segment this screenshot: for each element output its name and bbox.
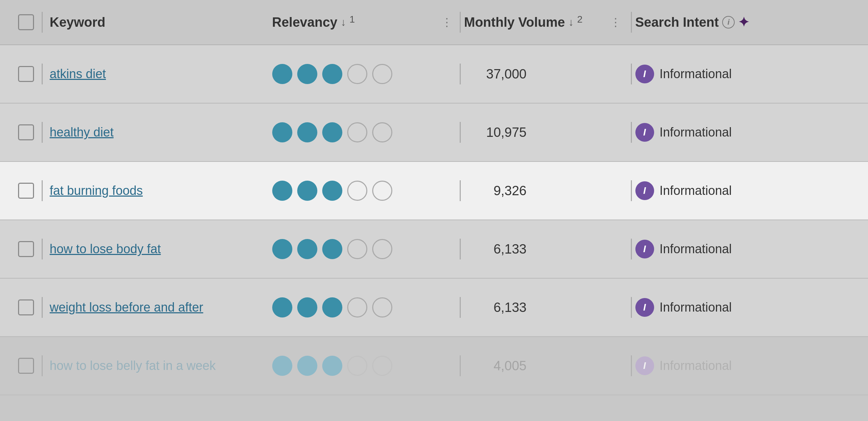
row-intent-col: IInformational [635, 240, 858, 258]
relevancy-dot [347, 181, 367, 201]
keyword-link[interactable]: how to lose body fat [50, 242, 161, 256]
relevancy-dots [272, 356, 383, 376]
row-checkbox[interactable] [18, 183, 34, 199]
row-relevancy-col [272, 356, 439, 376]
relevancy-dot [272, 239, 292, 259]
row-checkbox-col [10, 124, 42, 140]
relevancy-dot [372, 122, 392, 142]
intent-badge: IInformational [635, 65, 858, 83]
keyword-link[interactable]: weight loss before and after [50, 300, 203, 314]
volume-value: 6,133 [464, 300, 527, 315]
volume-header-label: Monthly Volume ↓ 2 [464, 15, 583, 30]
intent-sparkle-icon[interactable]: ✦ [738, 15, 749, 30]
row-checkbox[interactable] [18, 241, 34, 257]
row-intent-col: IInformational [635, 181, 858, 200]
relevancy-dot [322, 239, 342, 259]
row-divider-3 [631, 180, 632, 201]
row-checkbox-col [10, 183, 42, 199]
row-divider-3 [631, 122, 632, 143]
relevancy-sort-num: 1 [350, 14, 355, 25]
relevancy-dot [322, 122, 342, 142]
row-checkbox[interactable] [18, 299, 34, 315]
table-row: weight loss before and after6,133IInform… [0, 279, 868, 337]
row-divider-1 [42, 122, 43, 143]
intent-badge: IInformational [635, 356, 858, 375]
row-checkbox[interactable] [18, 124, 34, 140]
intent-icon: I [635, 65, 654, 83]
volume-value: 6,133 [464, 242, 527, 257]
relevancy-dot [322, 356, 342, 376]
relevancy-dot [297, 239, 317, 259]
keyword-link: how to lose belly fat in a week [50, 358, 216, 373]
intent-icon: I [635, 181, 654, 200]
relevancy-dot [347, 297, 367, 317]
row-intent-col: IInformational [635, 123, 858, 142]
header-divider-3 [631, 12, 632, 33]
volume-menu-icon[interactable]: ⋮ [610, 16, 622, 28]
row-checkbox[interactable] [18, 66, 34, 82]
relevancy-sort-arrow[interactable]: ↓ [341, 16, 346, 28]
intent-header-label: Search Intent i ✦ [635, 15, 858, 30]
volume-value: 37,000 [464, 67, 527, 82]
relevancy-dot [347, 239, 367, 259]
row-checkbox[interactable] [18, 358, 34, 374]
keyword-link[interactable]: atkins diet [50, 67, 106, 81]
table-row: healthy diet10,975IInformational [0, 104, 868, 162]
relevancy-dots [272, 239, 383, 259]
keyword-header-label: Keyword [50, 15, 272, 30]
relevancy-dot [322, 181, 342, 201]
row-divider-1 [42, 297, 43, 318]
relevancy-dots-menu[interactable]: ⋮ [439, 16, 456, 29]
intent-label: Informational [660, 242, 732, 256]
table-body: atkins diet37,000IInformationalhealthy d… [0, 45, 868, 395]
intent-label: Informational [660, 67, 732, 81]
volume-label-text: Monthly Volume [464, 15, 565, 30]
row-divider-3 [631, 355, 632, 376]
keyword-header: Keyword [50, 15, 272, 30]
volume-value: 10,975 [464, 125, 527, 140]
row-relevancy-col [272, 181, 439, 201]
row-divider-1 [42, 355, 43, 376]
intent-icon: I [635, 123, 654, 142]
row-divider-2 [460, 297, 461, 318]
keyword-link[interactable]: fat burning foods [50, 183, 143, 198]
table-row: atkins diet37,000IInformational [0, 45, 868, 104]
header-divider-1 [42, 12, 43, 33]
relevancy-dot [322, 297, 342, 317]
row-divider-3 [631, 297, 632, 318]
volume-dots-menu[interactable]: ⋮ [610, 16, 627, 29]
relevancy-menu-icon[interactable]: ⋮ [441, 16, 453, 29]
intent-label: Informational [660, 300, 732, 315]
volume-sort-arrow[interactable]: ↓ [568, 16, 574, 28]
intent-icon: I [635, 240, 654, 258]
relevancy-dot [297, 64, 317, 84]
relevancy-header: Relevancy ↓ 1 [272, 15, 439, 30]
intent-badge: IInformational [635, 240, 858, 258]
row-volume-col: 9,326 [464, 183, 610, 198]
row-keyword-col: fat burning foods [50, 183, 272, 198]
relevancy-dot [372, 181, 392, 201]
relevancy-dot [297, 356, 317, 376]
relevancy-dot [297, 297, 317, 317]
table-row: how to lose belly fat in a week4,005IInf… [0, 337, 868, 395]
row-relevancy-col [272, 297, 439, 317]
row-volume-col: 37,000 [464, 67, 610, 82]
keyword-link[interactable]: healthy diet [50, 125, 114, 139]
volume-value: 4,005 [464, 358, 527, 373]
row-divider-2 [460, 239, 461, 259]
relevancy-header-label: Relevancy ↓ 1 [272, 15, 355, 30]
row-divider-3 [631, 64, 632, 84]
relevancy-dot [347, 64, 367, 84]
intent-icon: I [635, 298, 654, 317]
select-all-checkbox[interactable] [18, 14, 34, 30]
relevancy-dot [347, 122, 367, 142]
intent-label: Informational [660, 125, 732, 140]
relevancy-dot [272, 297, 292, 317]
volume-value: 9,326 [464, 183, 527, 198]
relevancy-dot [272, 356, 292, 376]
row-relevancy-col [272, 122, 439, 142]
intent-info-icon[interactable]: i [722, 16, 735, 28]
relevancy-dots [272, 297, 383, 317]
row-volume-col: 4,005 [464, 358, 610, 373]
row-relevancy-col [272, 64, 439, 84]
